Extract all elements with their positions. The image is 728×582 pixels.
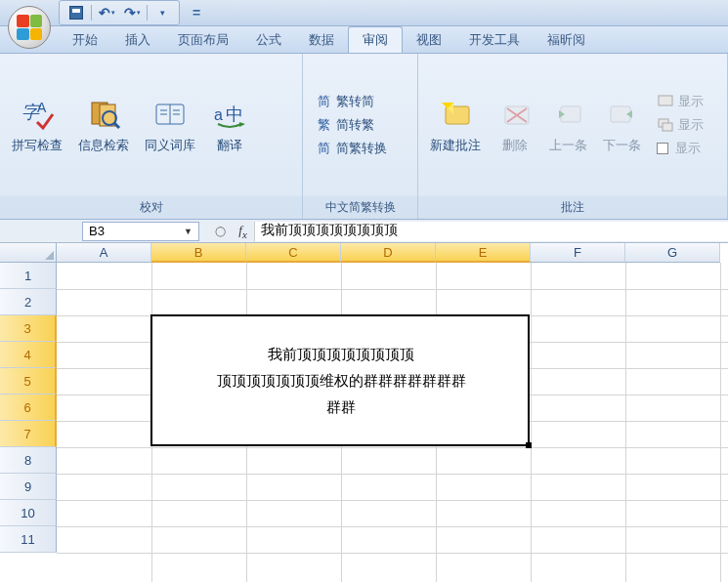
to-traditional-button[interactable]: 繁 简转繁 bbox=[311, 114, 391, 136]
chinese-convert-label: 简繁转换 bbox=[336, 140, 387, 157]
redo-button[interactable]: ↷▾ bbox=[121, 3, 143, 22]
prev-comment-label: 上一条 bbox=[549, 137, 587, 154]
fx-icon: fx bbox=[238, 223, 246, 240]
spreadsheet-grid[interactable]: ABCDEFG 1234567891011 我前顶顶顶顶顶顶顶顶顶顶顶顶顶顶顶维… bbox=[0, 243, 728, 582]
thesaurus-label: 同义词库 bbox=[145, 137, 195, 154]
col-header-F[interactable]: F bbox=[531, 243, 625, 263]
to-simplified-icon: 简 bbox=[315, 93, 332, 110]
show-hide-comment: 显示 bbox=[653, 91, 707, 112]
chinese-convert-icon: 简 bbox=[315, 140, 332, 157]
show-ink: 显示 bbox=[653, 138, 707, 159]
checkbox-icon bbox=[657, 143, 668, 154]
office-button[interactable] bbox=[8, 6, 55, 53]
row-header-9[interactable]: 9 bbox=[0, 474, 57, 500]
equals-icon: = bbox=[193, 5, 200, 21]
col-header-E[interactable]: E bbox=[436, 243, 531, 263]
select-all-corner[interactable] bbox=[0, 243, 57, 263]
next-comment-label: 下一条 bbox=[603, 137, 641, 154]
group-chinese-label: 中文简繁转换 bbox=[303, 196, 417, 219]
row-header-8[interactable]: 8 bbox=[0, 447, 57, 474]
formula-bar: B3 ▼ ◯ fx 我前顶顶顶顶顶顶顶顶 bbox=[0, 220, 728, 243]
formula-expand-icon[interactable]: ◯ bbox=[209, 226, 232, 236]
ribbon-tabs: 开始插入页面布局公式数据审阅视图开发工具福昕阅 bbox=[0, 26, 728, 54]
new-comment-icon bbox=[437, 96, 474, 133]
svg-text:中: 中 bbox=[226, 104, 243, 124]
tab-1[interactable]: 插入 bbox=[111, 27, 164, 53]
cell-text-line-1: 我前顶顶顶顶顶顶顶顶 bbox=[151, 342, 531, 368]
row-header-6[interactable]: 6 bbox=[0, 395, 57, 421]
row-header-5[interactable]: 5 bbox=[0, 368, 57, 395]
col-header-B[interactable]: B bbox=[151, 243, 246, 263]
svg-rect-25 bbox=[659, 96, 672, 105]
redo-icon: ↷ bbox=[124, 5, 136, 21]
name-box-value: B3 bbox=[89, 224, 105, 238]
tab-3[interactable]: 公式 bbox=[242, 27, 295, 53]
name-box[interactable]: B3 ▼ bbox=[82, 222, 199, 241]
row-header-2[interactable]: 2 bbox=[0, 289, 57, 315]
svg-rect-3 bbox=[100, 104, 115, 126]
prev-comment-icon bbox=[550, 96, 587, 133]
translate-icon: a中 bbox=[211, 96, 248, 133]
undo-icon: ↶ bbox=[99, 5, 110, 21]
to-traditional-label: 简转繁 bbox=[336, 116, 374, 134]
show-comment-label-3: 显示 bbox=[675, 140, 701, 157]
row-header-11[interactable]: 11 bbox=[0, 526, 57, 553]
to-traditional-icon: 繁 bbox=[315, 116, 332, 134]
row-header-4[interactable]: 4 bbox=[0, 342, 57, 368]
tab-8[interactable]: 福昕阅 bbox=[534, 27, 599, 53]
svg-rect-27 bbox=[663, 123, 672, 131]
fill-handle[interactable] bbox=[526, 442, 532, 448]
chinese-convert-button[interactable]: 简 简繁转换 bbox=[311, 138, 391, 159]
col-header-A[interactable]: A bbox=[57, 243, 151, 263]
delete-comment-icon bbox=[496, 96, 534, 133]
formula-input[interactable]: 我前顶顶顶顶顶顶顶顶 bbox=[255, 222, 728, 241]
fx-button[interactable]: fx bbox=[232, 222, 255, 241]
undo-button[interactable]: ↶▾ bbox=[96, 3, 117, 22]
tab-6[interactable]: 视图 bbox=[403, 27, 455, 53]
next-comment-icon bbox=[604, 96, 641, 133]
row-header-7[interactable]: 7 bbox=[0, 421, 57, 447]
delete-comment-label: 删除 bbox=[502, 137, 528, 154]
show-all-comments: 显示 bbox=[653, 114, 707, 136]
tab-2[interactable]: 页面布局 bbox=[164, 27, 242, 53]
new-comment-button[interactable]: 新建批注 bbox=[422, 92, 489, 158]
prev-comment-button: 上一条 bbox=[541, 92, 595, 158]
thesaurus-icon bbox=[151, 96, 189, 133]
spellcheck-icon: 字A bbox=[19, 96, 56, 133]
comments-all-icon bbox=[657, 116, 674, 134]
col-header-G[interactable]: G bbox=[625, 243, 720, 263]
new-comment-label: 新建批注 bbox=[430, 137, 481, 154]
tab-0[interactable]: 开始 bbox=[59, 27, 111, 53]
col-header-D[interactable]: D bbox=[341, 243, 436, 263]
row-headers: 1234567891011 bbox=[0, 263, 57, 553]
spellcheck-label: 拼写检查 bbox=[12, 137, 63, 154]
save-button[interactable] bbox=[65, 3, 87, 22]
group-comments-label: 批注 bbox=[418, 196, 727, 219]
tab-5[interactable]: 审阅 bbox=[348, 26, 403, 53]
translate-button[interactable]: a中 翻译 bbox=[203, 92, 256, 158]
research-icon bbox=[85, 96, 122, 133]
to-simplified-label: 繁转简 bbox=[336, 93, 374, 110]
row-header-1[interactable]: 1 bbox=[0, 263, 57, 289]
quick-access-toolbar: ↶▾ ↷▾ ▾ bbox=[59, 0, 180, 25]
cells-area[interactable]: 我前顶顶顶顶顶顶顶顶顶顶顶顶顶顶顶维权的群群群群群群群群群 bbox=[57, 263, 728, 582]
name-box-dropdown-icon: ▼ bbox=[184, 227, 193, 236]
cell-text-line-2: 顶顶顶顶顶顶顶维权的群群群群群群群 bbox=[151, 368, 531, 395]
tab-4[interactable]: 数据 bbox=[295, 27, 348, 53]
show-comment-label-1: 显示 bbox=[678, 93, 704, 110]
qat-customize[interactable]: ▾ bbox=[151, 3, 173, 22]
thesaurus-button[interactable]: 同义词库 bbox=[137, 92, 203, 158]
to-simplified-button[interactable]: 简 繁转简 bbox=[311, 91, 391, 112]
qat-extra-button[interactable]: = bbox=[186, 3, 207, 22]
column-headers: ABCDEFG bbox=[57, 243, 728, 263]
row-header-3[interactable]: 3 bbox=[0, 315, 57, 342]
row-header-10[interactable]: 10 bbox=[0, 500, 57, 526]
spellcheck-button[interactable]: 字A 拼写检查 bbox=[4, 92, 70, 158]
col-header-C[interactable]: C bbox=[246, 243, 341, 263]
next-comment-button: 下一条 bbox=[595, 92, 649, 158]
svg-line-5 bbox=[114, 123, 119, 128]
comment-toggle-icon bbox=[657, 93, 674, 110]
research-button[interactable]: 信息检索 bbox=[70, 92, 137, 158]
show-comment-label-2: 显示 bbox=[678, 116, 704, 134]
tab-7[interactable]: 开发工具 bbox=[455, 27, 534, 53]
